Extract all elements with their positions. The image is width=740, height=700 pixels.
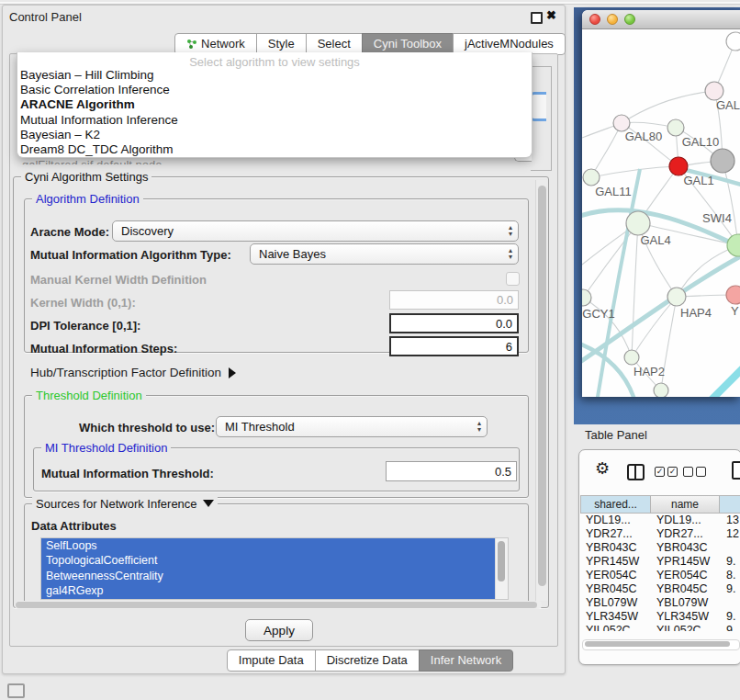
algorithm-option-mutual-information-inference[interactable]: Mutual Information Inference	[17, 113, 532, 128]
node-label-gal80: GAL80	[625, 130, 662, 143]
table-row[interactable]: YPR145WYPR145W9.	[581, 555, 740, 569]
table-cell: 9.	[722, 582, 740, 596]
algorithm-option-basic-correlation-inference[interactable]: Basic Correlation Inference	[17, 83, 532, 97]
algorithm-definition-title: Algorithm Definition	[32, 192, 143, 206]
table-horizontal-scrollbar[interactable]	[582, 639, 740, 650]
deselect-all-checkbox-icon[interactable]	[683, 467, 706, 477]
table-cell: YER054C	[581, 569, 652, 582]
table-row[interactable]: YLR345WYLR345W9.	[581, 610, 740, 624]
table-row[interactable]: YER054CYER054C8.	[581, 569, 740, 582]
network-canvas[interactable]: GAL7GAL80GAL10GAL1GAL11GAL4SWI4GCY1HAP4Y…	[582, 29, 740, 397]
mi-algorithm-type-label: Mutual Information Algorithm Type:	[30, 248, 231, 262]
table-row[interactable]: YDR27...YDR27...12	[581, 527, 740, 541]
mi-steps-field[interactable]	[389, 336, 519, 356]
which-threshold-label: Which threshold to use:	[79, 421, 215, 435]
network-node-hap2[interactable]	[624, 350, 639, 365]
minimize-window-icon[interactable]	[607, 14, 618, 25]
algorithm-option-bayesian-k2[interactable]: Bayesian – K2	[17, 128, 532, 142]
table-cell: YBR045C	[652, 582, 722, 596]
network-window[interactable]: GAL7GAL80GAL10GAL1GAL11GAL4SWI4GCY1HAP4Y…	[582, 10, 740, 397]
attributes-scrollbar-thumb[interactable]	[498, 541, 505, 581]
export-table-icon[interactable]	[732, 461, 740, 480]
apply-button[interactable]: Apply	[245, 619, 313, 641]
control-panel-title: Control Panel	[9, 10, 82, 24]
data-attributes-list[interactable]: SelfLoopsTopologicalCoefficientBetweenne…	[40, 537, 509, 600]
tab-label: jActiveMNodules	[465, 37, 554, 51]
table-cell: 9.	[722, 555, 740, 569]
node-label-hap4: HAP4	[680, 306, 712, 320]
attribute-item[interactable]: TopologicalCoefficient	[41, 553, 508, 568]
table-cell	[722, 596, 740, 610]
network-node-swi4[interactable]	[727, 234, 740, 256]
algorithm-option-dream8-dc-tdc-algorithm[interactable]: Dream8 DC_TDC Algorithm	[17, 142, 532, 157]
which-threshold-value: MI Threshold	[225, 420, 295, 434]
tab-impute-data[interactable]: Impute Data	[227, 649, 316, 672]
table-row[interactable]: YIL052CYIL052C9.	[581, 624, 740, 631]
attributes-scrollbar[interactable]	[495, 538, 508, 599]
network-node-y[interactable]	[726, 286, 740, 304]
network-node-gal7[interactable]	[705, 82, 723, 100]
close-panel-icon[interactable]: ✖	[546, 8, 556, 22]
table-cell: YIL052C	[581, 624, 652, 631]
node-label-gal7: GAL7	[716, 98, 740, 112]
column-header-3[interactable]: A	[719, 495, 740, 514]
network-node[interactable]	[726, 32, 740, 51]
settings-vertical-scrollbar[interactable]	[535, 180, 548, 601]
combo-arrows-icon: ▴▾	[509, 224, 512, 237]
which-threshold-combo[interactable]: MI Threshold ▴▾	[216, 416, 488, 437]
collapse-down-icon	[203, 500, 214, 507]
mi-threshold-label: Mutual Information Threshold:	[41, 467, 214, 480]
attribute-item[interactable]: gal4RGexp	[41, 583, 508, 598]
zoom-window-icon[interactable]	[624, 14, 635, 25]
mi-steps-label: Mutual Information Steps:	[30, 342, 177, 356]
expand-right-icon	[229, 367, 236, 378]
network-node-gcy1[interactable]	[582, 289, 591, 306]
tab-label: Infer Network	[431, 653, 501, 667]
node-label-hap2: HAP2	[633, 365, 665, 378]
select-all-checkbox-icon[interactable]: ✓✓	[655, 467, 678, 477]
network-node[interactable]	[711, 149, 734, 173]
table-row[interactable]: YBR045CYBR045C9.	[581, 582, 740, 596]
minimized-panel-icon[interactable]	[7, 683, 25, 698]
algorithm-option-aracne-algorithm[interactable]: ARACNE Algorithm	[17, 97, 532, 112]
tab-discretize-data[interactable]: Discretize Data	[315, 649, 420, 672]
aracne-mode-combo[interactable]: Discovery ▴▾	[112, 220, 519, 242]
column-layout-icon[interactable]	[627, 464, 645, 480]
settings-hscrollbar-thumb[interactable]	[16, 602, 537, 608]
mi-algorithm-type-combo[interactable]: Naive Bayes ▴▾	[250, 243, 519, 265]
settings-gear-icon[interactable]: ⚙	[595, 460, 610, 477]
settings-scrollbar-thumb[interactable]	[538, 186, 546, 586]
network-node-gal4[interactable]	[626, 211, 650, 235]
network-node-gal1[interactable]	[669, 157, 688, 175]
mi-threshold-field[interactable]	[386, 461, 517, 481]
kernel-width-field[interactable]	[389, 290, 519, 310]
table-row[interactable]: YBL079WYBL079W	[581, 596, 740, 610]
table-hscrollbar-thumb[interactable]	[585, 641, 730, 647]
hub-definition-expander[interactable]: Hub/Transcription Factor Definition	[30, 366, 236, 379]
table-row[interactable]: YDL19...YDL19...13	[581, 514, 740, 527]
table-cell: YBR045C	[581, 582, 652, 596]
algorithm-option-bayesian-hill-climbing[interactable]: Bayesian – Hill Climbing	[17, 68, 532, 83]
float-window-icon[interactable]	[531, 12, 543, 24]
manual-kernel-width-checkbox[interactable]	[506, 272, 520, 286]
column-header-1[interactable]: shared...	[580, 495, 651, 514]
settings-horizontal-scrollbar[interactable]	[15, 601, 542, 609]
table-header-row: shared...nameA	[581, 495, 740, 514]
tab-infer-network[interactable]: Infer Network	[419, 649, 513, 672]
attribute-item[interactable]: SelfLoops	[41, 538, 508, 553]
network-node-gal10[interactable]	[667, 119, 684, 136]
table-row[interactable]: YBR043CYBR043C	[581, 541, 740, 555]
sources-title[interactable]: Sources for Network Inference	[32, 497, 218, 511]
column-header-2[interactable]: name	[650, 495, 720, 514]
node-label-gal4: GAL4	[640, 233, 670, 247]
network-node-gal11[interactable]	[583, 169, 600, 186]
network-node-hap4[interactable]	[667, 288, 686, 306]
network-window-titlebar[interactable]	[582, 10, 740, 29]
tab-label: Network	[201, 37, 245, 51]
network-node[interactable]	[654, 383, 668, 397]
attribute-item[interactable]: BetweennessCentrality	[41, 569, 508, 583]
node-label-gcy1: GCY1	[582, 307, 614, 321]
dpi-tolerance-field[interactable]	[389, 313, 519, 333]
table-panel-window: ⚙ ✓✓ shared...nameA YDL19...YDL19...13YD…	[578, 449, 740, 665]
close-window-icon[interactable]	[589, 14, 600, 25]
